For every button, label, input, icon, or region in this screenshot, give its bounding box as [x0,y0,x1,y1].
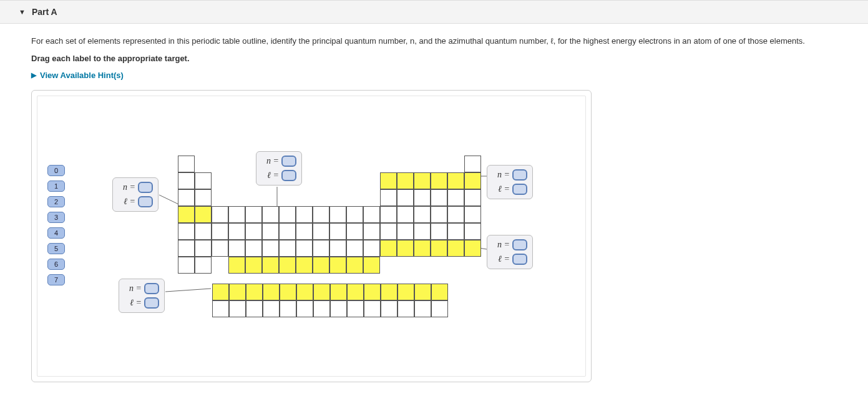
periodic-table-main [178,156,481,274]
l-label: ℓ = [118,197,135,207]
expand-triangle-icon: ▶ [31,71,36,79]
drop-target-5: n = ℓ = [119,279,165,313]
content-area: For each set of elements represented in … [0,24,868,394]
chip-7[interactable]: 7 [47,274,65,285]
drag-drop-stage: 0 1 2 3 4 5 6 7 n = ℓ = [37,96,586,377]
hints-label: View Available Hint(s) [40,71,124,80]
drop-target-4: n = ℓ = [487,235,533,269]
l-label: ℓ = [492,254,510,264]
n-label: n = [124,284,142,294]
n-label: n = [118,182,135,192]
l-label: ℓ = [124,298,142,308]
label-pool: 0 1 2 3 4 5 6 7 [47,165,65,285]
drop-slot-l[interactable] [144,297,159,309]
collapse-triangle-icon: ▼ [19,8,26,16]
periodic-table-fblock [212,284,448,317]
drop-slot-l[interactable] [138,196,153,207]
instruction-text: Drag each label to the appropriate targe… [31,54,837,63]
question-text: For each set of elements represented in … [31,35,837,47]
n-label: n = [492,240,510,250]
drop-slot-n[interactable] [512,239,527,250]
hints-toggle[interactable]: ▶ View Available Hint(s) [31,71,837,80]
chip-6[interactable]: 6 [47,259,65,270]
chip-4[interactable]: 4 [47,227,65,239]
part-title: Part A [32,7,57,17]
drop-slot-l[interactable] [512,254,527,265]
l-label: ℓ = [492,184,510,194]
drop-target-1: n = ℓ = [112,177,158,212]
chip-1[interactable]: 1 [47,181,65,192]
workspace: Reset Help 0 1 2 3 4 5 6 7 [31,90,592,382]
drop-slot-n[interactable] [138,182,153,193]
chip-0[interactable]: 0 [47,165,65,176]
n-label: n = [492,170,510,180]
drop-slot-n[interactable] [512,169,527,181]
chip-2[interactable]: 2 [47,196,65,207]
drop-slot-l[interactable] [512,184,527,195]
drop-target-3: n = ℓ = [487,165,533,199]
drop-slot-n[interactable] [144,283,159,294]
chip-5[interactable]: 5 [47,243,65,254]
chip-3[interactable]: 3 [47,212,65,223]
svg-line-4 [165,289,211,292]
part-header[interactable]: ▼ Part A [0,0,868,24]
